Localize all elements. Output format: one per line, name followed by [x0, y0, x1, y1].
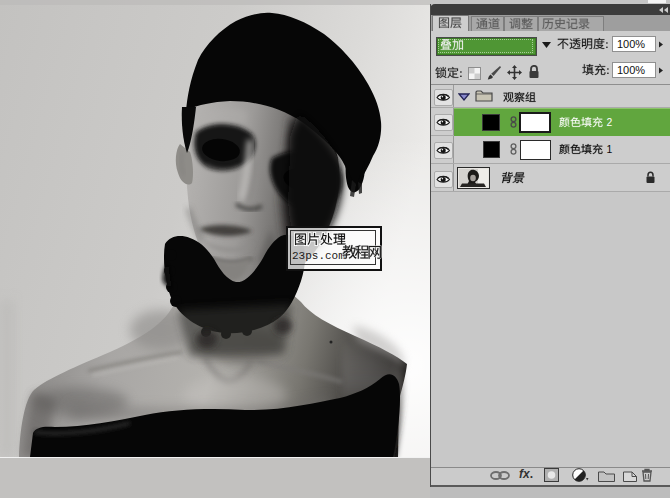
svg-text:2: 2 [607, 117, 613, 128]
svg-text:1: 1 [607, 144, 613, 155]
